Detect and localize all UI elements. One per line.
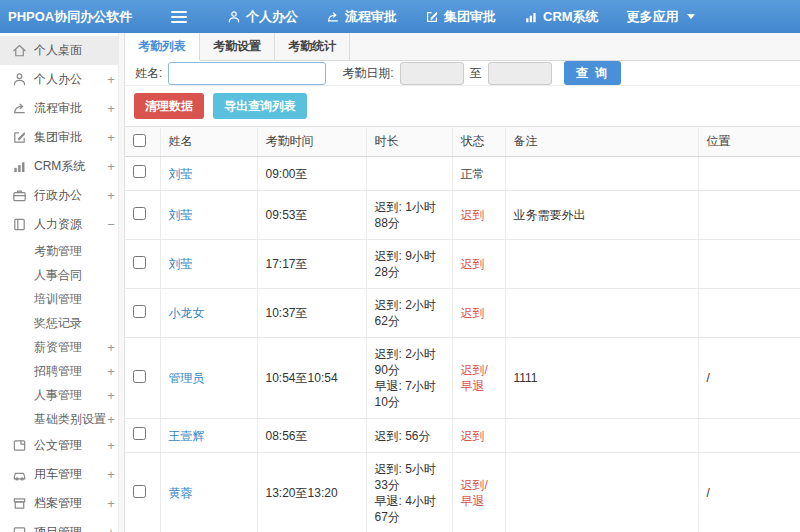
- sidebar-scrollbar[interactable]: [118, 33, 124, 532]
- top-nav-item-5[interactable]: 更多应用: [613, 0, 709, 33]
- sidebar-subitem-人事合同[interactable]: 人事合同: [0, 263, 124, 287]
- row-checkbox[interactable]: [133, 305, 146, 318]
- select-all-checkbox[interactable]: [133, 134, 146, 147]
- expand-icon[interactable]: +: [106, 130, 116, 145]
- attendance-time-cell: 09:00至: [257, 157, 366, 191]
- duration-line: 迟到: 1小时88分: [375, 199, 444, 231]
- sidebar-item-10[interactable]: 档案管理+: [0, 489, 124, 518]
- sidebar-item-2[interactable]: 个人办公+: [0, 65, 124, 94]
- sidebar-subitem-招聘管理[interactable]: 招聘管理+: [0, 359, 124, 383]
- top-nav-item-2[interactable]: 流程审批: [312, 0, 411, 33]
- sidebar-subitem-考勤管理[interactable]: 考勤管理: [0, 239, 124, 263]
- sidebar-item-8[interactable]: 公文管理+: [0, 431, 124, 460]
- sidebar-subitem-培训管理[interactable]: 培训管理: [0, 287, 124, 311]
- top-nav-item-1[interactable]: 个人办公: [213, 0, 312, 33]
- home-icon: [12, 43, 27, 58]
- table-body: 刘莹09:00至正常刘莹09:53至迟到: 1小时88分迟到业务需要外出刘莹17…: [125, 157, 800, 532]
- app-logo[interactable]: PHPOA协同办公软件: [0, 8, 125, 26]
- expand-icon[interactable]: +: [106, 340, 116, 355]
- employee-name-link[interactable]: 刘莹: [169, 167, 193, 181]
- edit-icon: [12, 130, 27, 145]
- expand-icon[interactable]: +: [106, 101, 116, 116]
- sidebar-item-label: 公文管理: [34, 437, 106, 454]
- sidebar-item-1[interactable]: 个人桌面: [0, 36, 124, 65]
- row-checkbox[interactable]: [133, 256, 146, 269]
- note-cell: [505, 453, 698, 532]
- status-badge: 迟到: [452, 191, 505, 240]
- row-checkbox[interactable]: [133, 485, 146, 498]
- expand-icon[interactable]: +: [106, 388, 116, 403]
- column-header-3: 时长: [366, 127, 452, 157]
- sidebar-item-label: CRM系统: [34, 158, 106, 175]
- duration-cell: 迟到: 1小时88分: [366, 191, 452, 240]
- sidebar-item-4[interactable]: 集团审批+: [0, 123, 124, 152]
- top-nav-item-4[interactable]: CRM系统: [510, 0, 613, 33]
- attendance-time-cell: 08:56至: [257, 419, 366, 453]
- sidebar-item-6[interactable]: 行政办公+: [0, 181, 124, 210]
- attendance-time-cell: 13:20至13:20: [257, 453, 366, 532]
- search-button[interactable]: 查 询: [564, 61, 621, 85]
- expand-icon[interactable]: +: [106, 525, 116, 532]
- date-from-input[interactable]: [400, 62, 464, 85]
- date-to-input[interactable]: [488, 62, 552, 85]
- employee-name-link[interactable]: 小龙女: [169, 306, 205, 320]
- table-row: 王壹辉08:56至迟到: 56分迟到: [125, 419, 800, 453]
- sidebar-item-9[interactable]: 用车管理+: [0, 460, 124, 489]
- chart-icon: [12, 159, 27, 174]
- expand-icon[interactable]: +: [106, 159, 116, 174]
- employee-name-link[interactable]: 刘莹: [169, 208, 193, 222]
- note-cell: [505, 419, 698, 453]
- sidebar-subitem-基础类别设置[interactable]: 基础类别设置+: [0, 407, 124, 431]
- sidebar-subitem-人事管理[interactable]: 人事管理+: [0, 383, 124, 407]
- row-checkbox[interactable]: [133, 427, 146, 440]
- top-nav-label: 更多应用: [627, 8, 679, 26]
- sidebar-subitem-薪资管理[interactable]: 薪资管理+: [0, 335, 124, 359]
- sidebar-item-label: 个人桌面: [34, 42, 106, 59]
- table-header-row: 姓名考勤时间时长状态备注位置: [125, 127, 800, 157]
- employee-name-link[interactable]: 黄蓉: [169, 486, 193, 500]
- expand-icon[interactable]: +: [106, 467, 116, 482]
- expand-icon[interactable]: +: [106, 438, 116, 453]
- location-cell: /: [698, 338, 800, 419]
- note-cell: [505, 157, 698, 191]
- tab-考勤统计[interactable]: 考勤统计: [275, 33, 350, 60]
- top-nav-label: 个人办公: [246, 8, 298, 26]
- column-header-4: 状态: [452, 127, 505, 157]
- sidebar-item-5[interactable]: CRM系统+: [0, 152, 124, 181]
- clean-data-button[interactable]: 清理数据: [134, 93, 204, 119]
- expand-icon[interactable]: +: [106, 364, 116, 379]
- sidebar-item-11[interactable]: 项目管理+: [0, 518, 124, 532]
- car-icon: [12, 467, 27, 482]
- tab-考勤设置[interactable]: 考勤设置: [200, 33, 275, 60]
- top-nav-item-3[interactable]: 集团审批: [411, 0, 510, 33]
- expand-icon[interactable]: +: [106, 188, 116, 203]
- row-checkbox[interactable]: [133, 370, 146, 383]
- expand-icon[interactable]: +: [106, 496, 116, 511]
- employee-name-link[interactable]: 王壹辉: [169, 429, 205, 443]
- expand-icon[interactable]: +: [106, 412, 116, 427]
- main-content: 考勤列表考勤设置考勤统计 姓名: 考勤日期: 至 查 询 清理数据 导出查询列表…: [125, 33, 800, 532]
- note-cell: [505, 240, 698, 289]
- chart-icon: [524, 10, 538, 24]
- employee-name-link[interactable]: 管理员: [169, 371, 205, 385]
- export-list-button[interactable]: 导出查询列表: [213, 93, 307, 119]
- name-filter-label: 姓名:: [135, 65, 162, 82]
- collapse-icon[interactable]: −: [106, 217, 116, 232]
- sidebar-subitem-label: 培训管理: [34, 291, 106, 308]
- expand-icon[interactable]: +: [106, 72, 116, 87]
- location-cell: /: [698, 453, 800, 532]
- status-badge: 迟到: [452, 240, 505, 289]
- tab-考勤列表[interactable]: 考勤列表: [125, 33, 200, 61]
- sidebar-item-7[interactable]: 人力资源−: [0, 210, 124, 239]
- sidebar-subitem-奖惩记录[interactable]: 奖惩记录: [0, 311, 124, 335]
- sidebar-subitem-label: 人事管理: [34, 387, 106, 404]
- share-icon: [326, 10, 340, 24]
- sidebar-item-3[interactable]: 流程审批+: [0, 94, 124, 123]
- sidebar-item-label: 项目管理: [34, 524, 106, 532]
- name-filter-input[interactable]: [168, 62, 326, 85]
- menu-toggle-icon[interactable]: [171, 11, 187, 23]
- employee-name-link[interactable]: 刘莹: [169, 257, 193, 271]
- table-row: 刘莹09:00至正常: [125, 157, 800, 191]
- row-checkbox[interactable]: [133, 207, 146, 220]
- row-checkbox[interactable]: [133, 165, 146, 178]
